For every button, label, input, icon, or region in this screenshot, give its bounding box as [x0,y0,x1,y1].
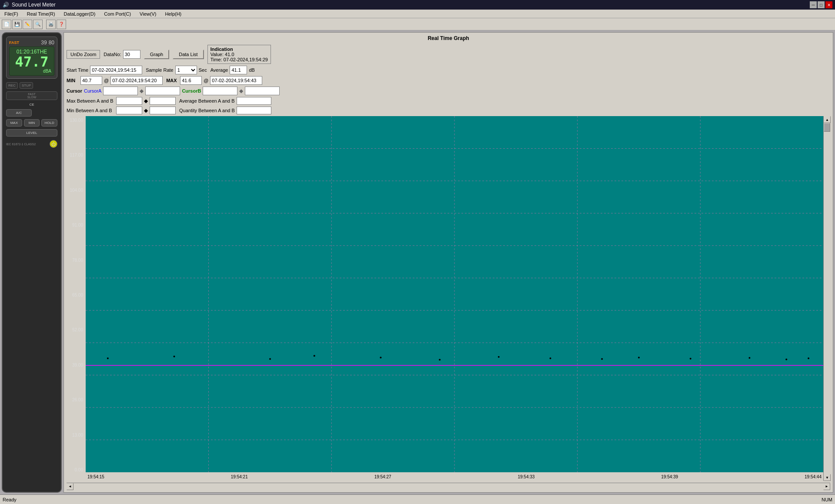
max-value[interactable] [180,76,202,85]
svg-point-24 [601,358,603,360]
x-label-4: 19:54:39 [661,474,678,479]
slm-range-high: 80 [49,40,54,46]
indication-value: Value: 41.0 [210,52,268,57]
graph-canvas [86,116,823,472]
app-title: Sound Level Meter [12,2,56,8]
max-time[interactable] [210,76,262,85]
max-label: MAX [166,78,178,83]
qty-between-label: Quantity Between A and B [179,108,235,113]
svg-point-26 [690,358,691,360]
max-between-label: Max Between A and B [67,98,114,103]
toolbar-save[interactable]: 💾 [12,20,22,29]
slm-slow-bot: SLOW [27,96,37,99]
data-no-area: DataNo: [104,50,140,59]
slm-range-low: 39 [41,40,47,46]
slm-level-button[interactable]: LEVEL [6,129,57,137]
toolbar-print[interactable]: 🖨️ [46,20,56,29]
scroll-right-button[interactable]: ► [823,483,830,490]
db-label: dB [249,67,254,73]
min-time[interactable] [110,76,163,85]
data-list-button[interactable]: Data List [173,50,204,59]
max-between-dot: ◆ [144,98,148,104]
sample-rate-select[interactable]: 125 [175,66,197,74]
x-label-2: 19:54:27 [374,474,391,479]
slm-max-button[interactable]: MAX [6,119,22,127]
minimize-button[interactable]: ─ [810,1,817,8]
cursor-a-input1[interactable] [103,87,138,95]
max-between-val1[interactable] [116,97,142,105]
y-label-1: 117.00 [67,153,83,157]
start-time-input[interactable] [90,66,142,74]
min-label: MIN [67,78,79,83]
cursor-b-input2[interactable] [245,87,280,95]
menu-help[interactable]: Help(H) [162,10,184,17]
min-at: @ [104,78,109,83]
graph-button[interactable]: Graph [144,50,170,59]
indication-box: Indication Value: 41.0 Time: 07-02-2024,… [207,45,271,64]
app-icon: 🔊 [3,2,9,8]
maximize-button[interactable]: □ [818,1,825,8]
start-time-label: Start Time [67,67,88,73]
svg-point-23 [549,357,551,359]
toolbar-search[interactable]: 🔍 [33,20,43,29]
y-label-0: 130.00 [67,118,83,123]
scroll-down-button[interactable]: ▼ [824,474,831,481]
slm-ac-button[interactable]: A/C [6,109,32,117]
right-panel: Real Time Graph UnDo Zoom DataNo: Graph … [63,32,833,493]
menu-file[interactable]: File(F) [2,10,21,17]
min-between-label: Min Between A and B [67,108,114,113]
slm-ce: CE [29,103,34,107]
max-at: @ [204,78,208,83]
menu-datalogger[interactable]: DataLogger(D) [61,10,98,17]
slm-power-button[interactable]: ⏻ [50,140,57,148]
menu-comport[interactable]: Com Port(C) [101,10,134,17]
h-scrollbar[interactable]: ◄ ► [67,483,830,490]
toolbar-help[interactable]: ❓ [57,20,66,29]
close-button[interactable]: ✕ [825,1,832,8]
slm-dba: dBA [43,69,51,73]
scroll-track-v [824,123,830,474]
cursor-b-input1[interactable] [203,87,237,95]
slm-stop-button[interactable]: STUP [20,82,33,89]
menu-view[interactable]: View(V) [137,10,159,17]
controls-row1: UnDo Zoom DataNo: Graph Data List Indica… [67,45,830,64]
x-label-0: 19:54:15 [87,474,104,479]
slm-rec-button[interactable]: REC [6,82,18,89]
slm-device: FAST 39 80 01:20:16THE 47.7 dBA REC STUP [2,32,62,493]
menu-realtime[interactable]: Real Time(R) [24,10,58,17]
svg-point-21 [439,359,441,360]
cursor-a-dot: ◆ [140,88,144,94]
v-scrollbar[interactable]: ▲ ▼ [823,116,830,481]
scroll-thumb-v[interactable] [824,123,830,132]
toolbar-edit[interactable]: ✏️ [23,20,32,29]
y-label-2: 104.00 [67,188,83,193]
average-input[interactable] [230,66,247,74]
slm-fast-top: FAST [28,93,36,96]
graph-canvas-container: 19:54:15 19:54:21 19:54:27 19:54:33 19:5… [86,116,823,481]
scroll-left-button[interactable]: ◄ [67,483,73,490]
menu-bar: File(F) Real Time(R) DataLogger(D) Com P… [0,10,835,18]
cursor-title: Cursor [67,88,82,93]
slm-range: 39 80 [41,40,54,46]
data-no-input[interactable] [123,50,140,59]
max-between-val2[interactable] [150,97,176,105]
slm-fast-label: FAST [9,40,19,45]
title-bar-left: 🔊 Sound Level Meter [3,2,56,8]
min-between-val2[interactable] [150,107,176,114]
qty-between-val[interactable] [237,107,271,114]
min-between-dot: ◆ [144,107,148,113]
y-label-10: 0.00 [67,467,83,472]
toolbar-new[interactable]: 📄 [2,20,11,29]
slm-min-button[interactable]: MIN [24,119,40,127]
y-label-3: 91.00 [67,223,83,227]
scroll-up-button[interactable]: ▲ [824,116,831,123]
avg-between-val[interactable] [237,97,271,105]
cursor-a-input2[interactable] [145,87,180,95]
min-value[interactable] [80,76,102,85]
svg-point-22 [498,356,500,358]
min-between-val1[interactable] [116,107,142,114]
slm-hold-button[interactable]: HOLD [41,119,57,127]
undo-zoom-button[interactable]: UnDo Zoom [67,50,100,59]
graph-area-wrapper: 130.00 117.00 104.00 91.00 78.00 65.00 5… [67,116,830,481]
title-bar: 🔊 Sound Level Meter ─ □ ✕ [0,0,835,10]
